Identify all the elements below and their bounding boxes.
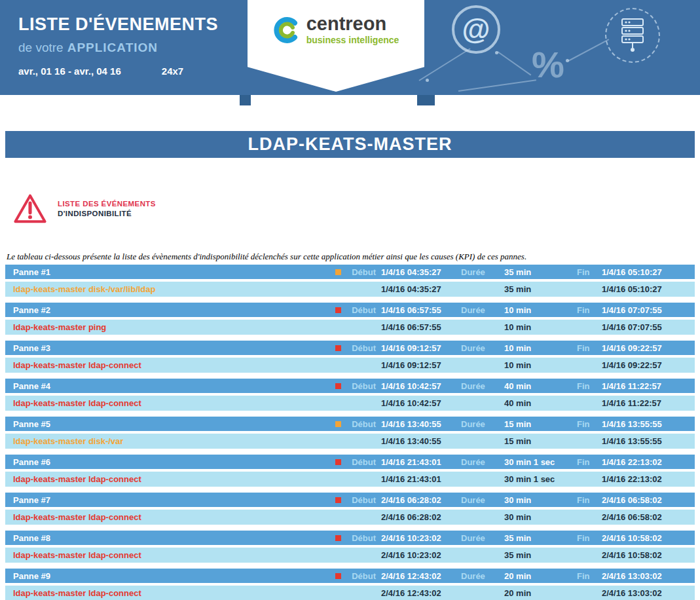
kpi-duration-value: 40 min xyxy=(500,398,569,408)
server-circle-icon xyxy=(605,8,660,63)
duration-label: Durée xyxy=(454,571,500,581)
event-header-row: Panne #2 Début 1/4/16 06:57:55 Durée 10 … xyxy=(5,303,695,317)
kpi-end-value: 1/4/16 09:22:57 xyxy=(599,360,695,370)
ribbon-fold-right xyxy=(417,95,435,105)
duration-value: 35 min xyxy=(500,267,569,277)
end-value: 1/4/16 11:22:57 xyxy=(599,381,695,391)
end-label: Fin xyxy=(569,419,599,429)
event-block: Panne #5 Début 1/4/16 13:40:55 Durée 15 … xyxy=(5,417,695,449)
event-detail-row: ldap-keats-master ping 1/4/16 06:57:55 1… xyxy=(5,320,695,335)
end-label: Fin xyxy=(569,457,599,467)
duration-label: Durée xyxy=(454,533,500,543)
kpi-name: ldap-keats-master ping xyxy=(5,322,333,332)
kpi-name: ldap-keats-master ldap-connect xyxy=(5,360,333,370)
percent-icon: % xyxy=(532,43,564,86)
event-name: Panne #1 xyxy=(5,267,333,277)
start-label: Début xyxy=(343,305,376,315)
logo-wordmark: centreon xyxy=(306,14,399,33)
server-icon xyxy=(618,18,647,53)
duration-value: 20 min xyxy=(500,571,569,581)
event-detail-row: ldap-keats-master ldap-connect 2/4/16 06… xyxy=(5,510,695,525)
severity-icon xyxy=(335,383,341,389)
start-value: 1/4/16 06:57:55 xyxy=(376,305,454,315)
severity-icon xyxy=(335,535,341,541)
event-block: Panne #1 Début 1/4/16 04:35:27 Durée 35 … xyxy=(5,265,695,297)
duration-label: Durée xyxy=(454,305,500,315)
severity-icon xyxy=(335,459,341,465)
duration-value: 15 min xyxy=(500,419,569,429)
event-block: Panne #6 Début 1/4/16 21:43:01 Durée 30 … xyxy=(5,455,695,487)
warning-icon xyxy=(13,193,47,225)
severity-icon xyxy=(335,497,341,503)
kpi-end-value: 2/4/16 10:58:02 xyxy=(599,550,695,560)
end-label: Fin xyxy=(569,343,599,353)
decoration-dot xyxy=(495,51,498,54)
decoration-line xyxy=(418,48,470,81)
at-circle-icon: @ xyxy=(452,5,500,54)
kpi-name: ldap-keats-master disk-/var xyxy=(5,436,333,446)
section-heading-line1: LISTE DES ÉVÉNEMENTS xyxy=(58,199,156,209)
event-header-row: Panne #5 Début 1/4/16 13:40:55 Durée 15 … xyxy=(5,417,695,431)
duration-value: 10 min xyxy=(500,305,569,315)
event-block: Panne #9 Début 2/4/16 12:43:02 Durée 20 … xyxy=(5,569,695,600)
decoration-dot xyxy=(426,79,429,82)
decoration-line xyxy=(497,51,531,75)
section-heading-text: LISTE DES ÉVÉNEMENTS D'INDISPONIBILITÉ xyxy=(58,193,156,225)
kpi-name: ldap-keats-master ldap-connect xyxy=(5,588,333,598)
event-name: Panne #3 xyxy=(5,343,333,353)
application-title: LDAP-KEATS-MASTER xyxy=(248,134,452,155)
start-value: 1/4/16 10:42:57 xyxy=(376,381,454,391)
kpi-duration-value: 10 min xyxy=(500,360,569,370)
event-name: Panne #6 xyxy=(5,457,333,467)
start-label: Début xyxy=(343,381,376,391)
end-label: Fin xyxy=(569,571,599,581)
start-label: Début xyxy=(343,495,376,505)
end-value: 2/4/16 10:58:02 xyxy=(599,533,695,543)
event-header-row: Panne #6 Début 1/4/16 21:43:01 Durée 30 … xyxy=(5,455,695,469)
event-detail-row: ldap-keats-master disk-/var 1/4/16 13:40… xyxy=(5,434,695,449)
end-value: 1/4/16 13:55:55 xyxy=(599,419,695,429)
decoration-line xyxy=(568,39,610,62)
banner-text: LISTE D'ÉVENEMENTS de votreAPPLICATION a… xyxy=(18,14,218,77)
start-value: 1/4/16 13:40:55 xyxy=(376,419,454,429)
kpi-name: ldap-keats-master ldap-connect xyxy=(5,512,333,522)
kpi-duration-value: 30 min 1 sec xyxy=(500,474,569,484)
severity-icon xyxy=(335,573,341,579)
start-value: 1/4/16 04:35:27 xyxy=(376,267,454,277)
kpi-start-value: 1/4/16 04:35:27 xyxy=(376,284,454,294)
start-label: Début xyxy=(343,533,376,543)
report-title: LISTE D'ÉVENEMENTS xyxy=(18,14,218,35)
end-value: 1/4/16 22:13:02 xyxy=(599,457,695,467)
event-block: Panne #4 Début 1/4/16 10:42:57 Durée 40 … xyxy=(5,379,695,411)
event-name: Panne #9 xyxy=(5,571,333,581)
duration-label: Durée xyxy=(454,267,500,277)
event-header-row: Panne #9 Début 2/4/16 12:43:02 Durée 20 … xyxy=(5,569,695,583)
end-label: Fin xyxy=(569,495,599,505)
event-name: Panne #5 xyxy=(5,419,333,429)
end-label: Fin xyxy=(569,305,599,315)
kpi-name: ldap-keats-master disk-/var/lib/ldap xyxy=(5,284,333,294)
kpi-start-value: 1/4/16 06:57:55 xyxy=(376,322,454,332)
end-label: Fin xyxy=(569,381,599,391)
decoration-dot xyxy=(566,59,569,62)
event-detail-row: ldap-keats-master ldap-connect 1/4/16 21… xyxy=(5,472,695,487)
event-header-row: Panne #8 Début 2/4/16 10:23:02 Durée 35 … xyxy=(5,531,695,545)
event-name: Panne #8 xyxy=(5,533,333,543)
end-label: Fin xyxy=(569,267,599,277)
end-value: 1/4/16 07:07:55 xyxy=(599,305,695,315)
event-block: Panne #8 Début 2/4/16 10:23:02 Durée 35 … xyxy=(5,531,695,563)
section-heading-line2: D'INDISPONIBILITÉ xyxy=(58,209,156,219)
start-value: 2/4/16 06:28:02 xyxy=(376,495,454,505)
kpi-start-value: 1/4/16 09:12:57 xyxy=(376,360,454,370)
start-label: Début xyxy=(343,343,376,353)
event-name: Panne #4 xyxy=(5,381,333,391)
end-value: 2/4/16 13:03:02 xyxy=(599,571,695,581)
severity-icon xyxy=(335,345,341,351)
ribbon-fold-left xyxy=(240,95,251,105)
event-header-row: Panne #7 Début 2/4/16 06:28:02 Durée 30 … xyxy=(5,493,695,507)
report-schedule: 24x7 xyxy=(162,66,183,77)
event-block: Panne #3 Début 1/4/16 09:12:57 Durée 10 … xyxy=(5,341,695,373)
event-header-row: Panne #3 Début 1/4/16 09:12:57 Durée 10 … xyxy=(5,341,695,355)
duration-label: Durée xyxy=(454,343,500,353)
at-icon: @ xyxy=(462,15,490,44)
